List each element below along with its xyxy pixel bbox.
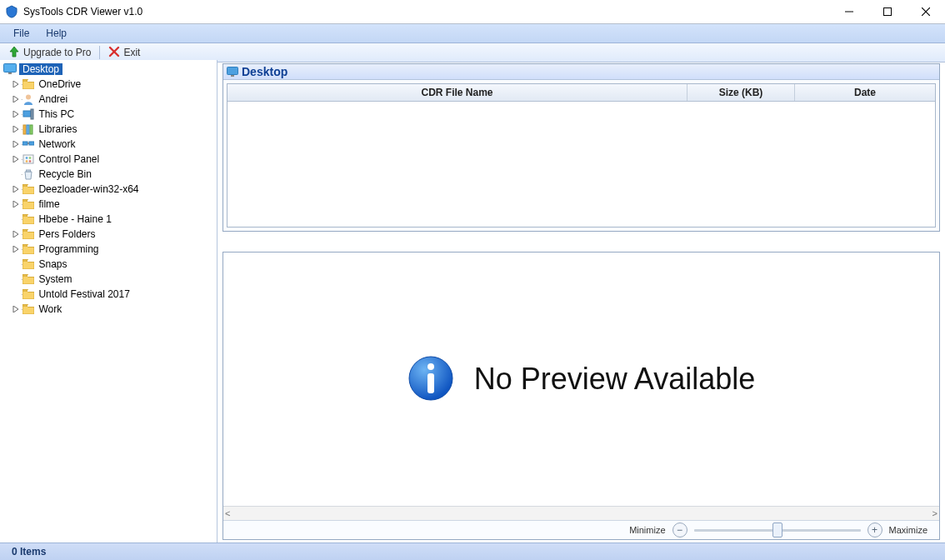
tree-expander[interactable] bbox=[10, 109, 21, 120]
preview-area: No Preview Available bbox=[223, 252, 939, 506]
svg-rect-11 bbox=[23, 125, 26, 134]
file-table[interactable]: CDR File Name Size (KB) Date bbox=[227, 83, 936, 228]
tree-expander[interactable] bbox=[10, 289, 21, 300]
exit-icon bbox=[108, 46, 120, 60]
tree-expander[interactable] bbox=[10, 154, 21, 165]
tree-expander[interactable] bbox=[10, 94, 21, 105]
minimize-label: Minimize bbox=[629, 525, 665, 535]
scroll-right-icon[interactable]: > bbox=[932, 508, 938, 518]
tree-item[interactable]: ··filme bbox=[3, 197, 215, 212]
preview-h-scrollbar[interactable]: < > bbox=[223, 506, 939, 520]
desktop-icon bbox=[3, 63, 17, 75]
tree-item[interactable]: ··OneDrive bbox=[3, 77, 215, 92]
app-icon bbox=[5, 5, 18, 18]
svg-point-20 bbox=[26, 160, 28, 162]
zoom-slider-thumb[interactable] bbox=[772, 522, 782, 538]
close-button[interactable] bbox=[907, 0, 945, 23]
tree-item[interactable]: ··Pers Folders bbox=[3, 227, 215, 242]
column-size[interactable]: Size (KB) bbox=[688, 84, 795, 101]
tree-item[interactable]: ··Network bbox=[3, 137, 215, 152]
column-date[interactable]: Date bbox=[795, 84, 935, 101]
no-preview-label: No Preview Available bbox=[474, 362, 756, 397]
tree-item-label: Libraries bbox=[37, 123, 78, 135]
tree-item[interactable]: ··Hbebe - Haine 1 bbox=[3, 212, 215, 227]
column-filename[interactable]: CDR File Name bbox=[228, 84, 688, 101]
tree-expander[interactable] bbox=[10, 259, 21, 270]
zoom-controls: Minimize − + Maximize bbox=[223, 520, 939, 539]
svg-rect-22 bbox=[27, 170, 31, 172]
menu-bar: File Help bbox=[0, 24, 945, 43]
tree-item[interactable]: ··Control Panel bbox=[3, 152, 215, 167]
svg-point-21 bbox=[29, 160, 32, 162]
exit-button[interactable]: Exit bbox=[103, 44, 145, 61]
toolbar-separator bbox=[99, 46, 100, 59]
zoom-out-button[interactable]: − bbox=[672, 522, 688, 538]
svg-rect-17 bbox=[23, 155, 33, 163]
tree-item-label: Hbebe - Haine 1 bbox=[37, 213, 112, 225]
tree-item[interactable]: ··Snaps bbox=[3, 257, 215, 272]
title-bar: SysTools CDR Viewer v1.0 bbox=[0, 0, 945, 24]
tree-expander[interactable] bbox=[10, 274, 21, 285]
tree-item-label: Untold Festival 2017 bbox=[37, 288, 131, 300]
tree-item-label: This PC bbox=[37, 108, 76, 120]
tree-item[interactable]: ··Work bbox=[3, 302, 215, 317]
folder-icon bbox=[22, 199, 34, 209]
pc-icon bbox=[22, 108, 34, 120]
svg-rect-24 bbox=[231, 75, 234, 77]
tree-item-label: Deezloader-win32-x64 bbox=[37, 183, 140, 195]
tree-expander[interactable] bbox=[10, 244, 21, 255]
folder-icon bbox=[22, 184, 34, 194]
preview-panel: No Preview Available < > Minimize − + Ma… bbox=[222, 252, 940, 540]
tree-item[interactable]: ··This PC bbox=[3, 107, 215, 122]
control-panel-icon bbox=[22, 153, 34, 165]
tree-item[interactable]: ··System bbox=[3, 272, 215, 287]
tree-item-label: Snaps bbox=[37, 258, 68, 270]
zoom-slider[interactable] bbox=[694, 523, 861, 537]
svg-rect-15 bbox=[29, 142, 34, 145]
svg-rect-10 bbox=[31, 109, 33, 119]
tree-item-label: Work bbox=[37, 303, 63, 315]
network-icon bbox=[22, 138, 34, 150]
svg-rect-1 bbox=[884, 8, 892, 16]
tree-expander[interactable] bbox=[10, 184, 21, 195]
svg-point-19 bbox=[29, 157, 32, 159]
svg-rect-14 bbox=[22, 142, 28, 145]
tree-item[interactable]: ··Deezloader-win32-x64 bbox=[3, 182, 215, 197]
folder-tree[interactable]: Desktop··OneDrive··Andrei··This PC··Libr… bbox=[0, 60, 218, 543]
folder-icon bbox=[22, 289, 34, 299]
tree-item[interactable]: ··Andrei bbox=[3, 92, 215, 107]
file-table-body[interactable] bbox=[228, 102, 935, 227]
menu-file[interactable]: File bbox=[5, 26, 38, 41]
tree-expander[interactable] bbox=[10, 229, 21, 240]
tree-item-label: Pers Folders bbox=[37, 228, 97, 240]
tree-expander[interactable] bbox=[10, 199, 21, 210]
tree-item[interactable]: Desktop bbox=[3, 62, 215, 77]
svg-point-18 bbox=[26, 157, 28, 159]
folder-icon bbox=[22, 304, 34, 314]
menu-help[interactable]: Help bbox=[38, 26, 75, 41]
tree-item-label: Desktop bbox=[19, 63, 62, 75]
desktop-icon bbox=[227, 67, 238, 77]
file-list-panel: Desktop CDR File Name Size (KB) Date bbox=[222, 63, 940, 232]
file-table-header[interactable]: CDR File Name Size (KB) Date bbox=[228, 84, 935, 102]
upgrade-icon bbox=[8, 46, 20, 60]
tree-item[interactable]: ··Recycle Bin bbox=[3, 167, 215, 182]
window-title: SysTools CDR Viewer v1.0 bbox=[23, 6, 830, 18]
tree-expander[interactable] bbox=[10, 124, 21, 135]
tree-expander[interactable] bbox=[10, 79, 21, 90]
tree-expander[interactable] bbox=[10, 214, 21, 225]
minimize-button[interactable] bbox=[830, 0, 868, 23]
tree-item[interactable]: ··Programming bbox=[3, 242, 215, 257]
zoom-in-button[interactable]: + bbox=[868, 522, 882, 538]
scroll-left-icon[interactable]: < bbox=[225, 508, 230, 518]
tree-expander[interactable] bbox=[10, 139, 21, 150]
tree-expander[interactable] bbox=[10, 169, 21, 180]
tree-expander[interactable] bbox=[10, 304, 21, 315]
upgrade-to-pro-button[interactable]: Upgrade to Pro bbox=[3, 44, 96, 61]
tree-item[interactable]: ··Libraries bbox=[3, 122, 215, 137]
folder-icon bbox=[22, 214, 34, 224]
tree-item[interactable]: ··Untold Festival 2017 bbox=[3, 287, 215, 302]
svg-rect-13 bbox=[30, 125, 32, 134]
maximize-button[interactable] bbox=[868, 0, 907, 23]
upgrade-label: Upgrade to Pro bbox=[23, 47, 91, 58]
